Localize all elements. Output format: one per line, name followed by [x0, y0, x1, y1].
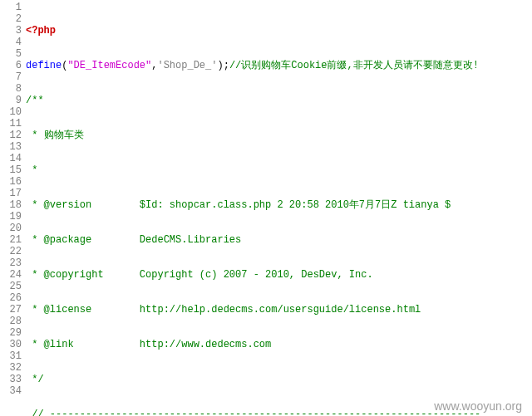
line-number: 20: [0, 223, 22, 234]
line-number: 22: [0, 246, 22, 257]
line-number: 30: [0, 339, 22, 350]
code-line: * @license http://help.dedecms.com/users…: [26, 304, 532, 316]
line-number: 12: [0, 130, 22, 141]
code-line: define("DE_ItemEcode",'Shop_De_');//识别购物…: [26, 60, 532, 71]
line-number: 31: [0, 350, 22, 362]
code-line: * @package DedeCMS.Libraries: [26, 234, 532, 246]
line-number: 23: [0, 257, 22, 269]
code-line: * @copyright Copyright (c) 2007 - 2010, …: [26, 269, 532, 281]
code-line: * @link http://www.dedecms.com: [26, 339, 532, 350]
code-line: */: [26, 374, 532, 385]
separator-comment: // -------------------------------------…: [26, 409, 480, 416]
docblock: * @package DedeCMS.Libraries: [26, 234, 241, 246]
line-number: 14: [0, 153, 22, 164]
line-number: 15: [0, 164, 22, 176]
string-literal: 'Shop_De_': [157, 60, 217, 71]
line-number: 8: [0, 83, 22, 95]
define-func: define: [26, 60, 62, 71]
line-comment: //识别购物车Cookie前缀,非开发人员请不要随意更改!: [229, 60, 479, 71]
code-line: <?php: [26, 25, 532, 37]
docblock: * @version $Id: shopcar.class.php 2 20:5…: [26, 199, 451, 211]
code-line: * 购物车类: [26, 130, 532, 141]
line-number: 16: [0, 176, 22, 188]
code-area[interactable]: <?php define("DE_ItemEcode",'Shop_De_');…: [26, 2, 532, 416]
line-number: 24: [0, 269, 22, 281]
line-number: 29: [0, 327, 22, 339]
line-number: 17: [0, 188, 22, 199]
line-number: 3: [0, 25, 22, 37]
line-number: 5: [0, 48, 22, 60]
docblock: *: [26, 164, 37, 176]
line-number: 1: [0, 2, 22, 13]
line-number: 27: [0, 304, 22, 316]
line-number: 32: [0, 362, 22, 374]
string-literal: "DE_ItemEcode": [67, 60, 151, 71]
line-number: 4: [0, 37, 22, 48]
line-number: 10: [0, 106, 22, 118]
line-number-gutter: 1 2 3 4 5 6 7 8 9 10 11 12 13 14 15 16 1…: [0, 2, 26, 416]
code-line: /**: [26, 95, 532, 106]
docblock: */: [26, 374, 44, 385]
line-number: 33: [0, 374, 22, 385]
docblock: * @link http://www.dedecms.com: [26, 339, 271, 350]
docblock: * 购物车类: [26, 130, 84, 141]
code-line: * @version $Id: shopcar.class.php 2 20:5…: [26, 199, 532, 211]
line-number: 19: [0, 211, 22, 223]
docblock: * @license http://help.dedecms.com/users…: [26, 304, 421, 316]
semicolon: ;: [224, 60, 229, 71]
docblock: /**: [26, 95, 44, 106]
docblock: * @copyright Copyright (c) 2007 - 2010, …: [26, 269, 373, 281]
line-number: 34: [0, 385, 22, 397]
php-open-tag: <?php: [26, 25, 56, 37]
code-editor: 1 2 3 4 5 6 7 8 9 10 11 12 13 14 15 16 1…: [0, 0, 532, 416]
rparen: ): [217, 60, 223, 71]
line-number: 25: [0, 281, 22, 292]
line-number: 9: [0, 95, 22, 106]
line-number: 21: [0, 234, 22, 246]
code-line: *: [26, 164, 532, 176]
watermark-text: www.wooyun.org: [434, 399, 522, 413]
line-number: 26: [0, 292, 22, 304]
line-number: 13: [0, 141, 22, 153]
line-number: 28: [0, 316, 22, 327]
line-number: 2: [0, 13, 22, 25]
line-number: 11: [0, 118, 22, 130]
line-number: 6: [0, 60, 22, 71]
line-number: 18: [0, 199, 22, 211]
line-number: 7: [0, 71, 22, 83]
